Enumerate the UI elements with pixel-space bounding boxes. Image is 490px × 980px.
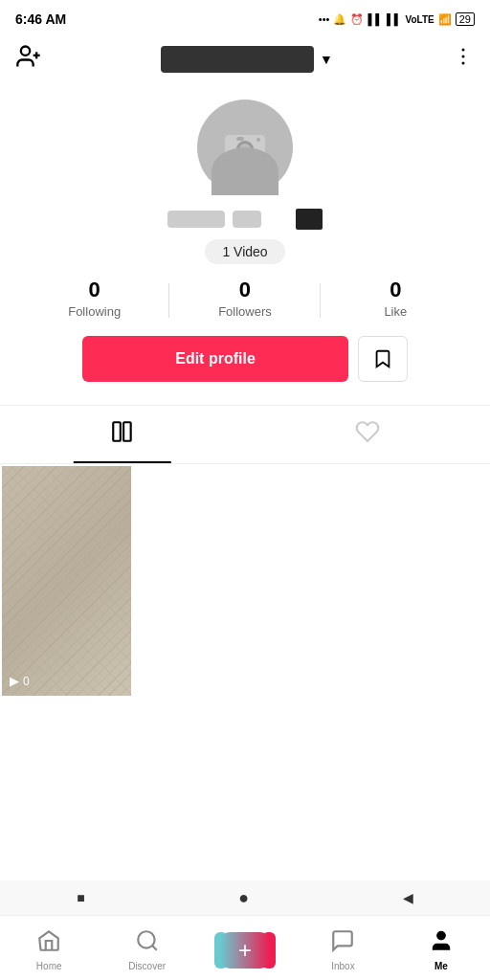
home-icon (36, 928, 61, 959)
bottom-nav: Home Discover + Inbox Me (0, 915, 490, 980)
profile-section: 1 Video 0 Following 0 Followers 0 Like E… (0, 84, 490, 395)
username-bars (167, 209, 323, 230)
wifi-icon: 📶 (438, 13, 452, 26)
add-user-button[interactable] (15, 43, 42, 76)
svg-rect-11 (113, 423, 121, 442)
nav-create[interactable]: + (196, 932, 294, 969)
status-icons: ••• 🔔 ⏰ ▌▌ ▌▌ VoLTE 📶 29 (319, 12, 475, 26)
inbox-label: Inbox (331, 961, 354, 971)
me-icon (429, 928, 454, 959)
more-options-button[interactable] (452, 45, 475, 74)
following-label: Following (68, 304, 121, 319)
svg-point-4 (461, 56, 464, 58)
system-nav-bar: ■ ● ◀ (0, 880, 490, 915)
grid-icon (110, 419, 135, 450)
battery-icon: 29 (456, 12, 475, 26)
video-badge: 1 Video (205, 239, 284, 264)
discover-label: Discover (128, 961, 166, 971)
signal-bars-icon: ▌▌ (368, 13, 383, 25)
likes-label: Like (384, 304, 407, 319)
home-label: Home (36, 961, 62, 971)
nav-me[interactable]: Me (392, 928, 490, 971)
inbox-icon (330, 928, 355, 959)
video-texture (2, 466, 131, 696)
play-overlay: ▶ 0 (10, 674, 30, 688)
stats-row: 0 Following 0 Followers 0 Like (19, 278, 471, 319)
alarm-icon: ⏰ (350, 13, 364, 26)
username-bar (161, 46, 314, 73)
username-bar-2 (233, 211, 261, 228)
likes-count: 0 (390, 278, 401, 302)
svg-point-13 (138, 931, 154, 947)
tab-grid[interactable] (0, 406, 245, 463)
nav-discover[interactable]: Discover (98, 928, 195, 971)
dropdown-arrow-icon[interactable]: ▼ (320, 52, 333, 67)
svg-point-5 (461, 62, 464, 65)
content-grid: ▶ 0 (0, 464, 490, 713)
edit-profile-button[interactable]: Edit profile (82, 336, 348, 382)
tab-liked[interactable] (245, 406, 490, 463)
nav-square-icon[interactable]: ■ (77, 890, 84, 905)
me-label: Me (434, 961, 448, 971)
svg-point-15 (436, 931, 445, 940)
svg-rect-9 (236, 137, 244, 141)
nav-inbox[interactable]: Inbox (294, 928, 391, 971)
status-time: 6:46 AM (15, 11, 66, 27)
play-icon: ▶ (10, 674, 19, 688)
nav-circle-icon[interactable]: ● (238, 888, 249, 908)
avatar-silhouette (212, 147, 278, 195)
nav-home[interactable]: Home (0, 928, 98, 971)
play-count: 0 (23, 675, 30, 688)
content-spacer (0, 713, 490, 770)
nav-triangle-icon[interactable]: ◀ (403, 890, 413, 905)
svg-point-10 (256, 138, 260, 142)
video-thumbnail-1[interactable]: ▶ 0 (2, 466, 131, 696)
bookmark-icon (372, 348, 393, 369)
svg-point-3 (461, 49, 464, 52)
bookmark-button[interactable] (358, 336, 408, 382)
stat-likes[interactable]: 0 Like (321, 278, 471, 319)
plus-icon: + (238, 937, 252, 964)
avatar[interactable] (197, 100, 293, 195)
mute-icon: 🔔 (333, 13, 346, 26)
svg-line-14 (152, 946, 157, 950)
create-button[interactable]: + (220, 932, 270, 969)
action-row: Edit profile (82, 336, 408, 382)
svg-rect-12 (123, 423, 131, 442)
stat-following[interactable]: 0 Following (19, 278, 169, 319)
top-nav: ▼ (0, 34, 490, 84)
username-bar-dark (296, 209, 323, 230)
svg-point-0 (21, 47, 30, 56)
liked-icon (355, 419, 380, 450)
username-bar-1 (167, 211, 225, 228)
following-count: 0 (89, 278, 100, 302)
status-bar: 6:46 AM ••• 🔔 ⏰ ▌▌ ▌▌ VoLTE 📶 29 (0, 0, 490, 34)
stat-followers[interactable]: 0 Followers (169, 278, 320, 319)
lte-icon: VoLTE (406, 14, 434, 25)
signal-dots-icon: ••• (319, 13, 330, 25)
followers-count: 0 (239, 278, 251, 302)
discover-icon (135, 928, 160, 959)
signal-bars2-icon: ▌▌ (387, 13, 402, 25)
username-area[interactable]: ▼ (161, 46, 333, 73)
tabs-row (0, 406, 490, 464)
followers-label: Followers (218, 304, 272, 319)
